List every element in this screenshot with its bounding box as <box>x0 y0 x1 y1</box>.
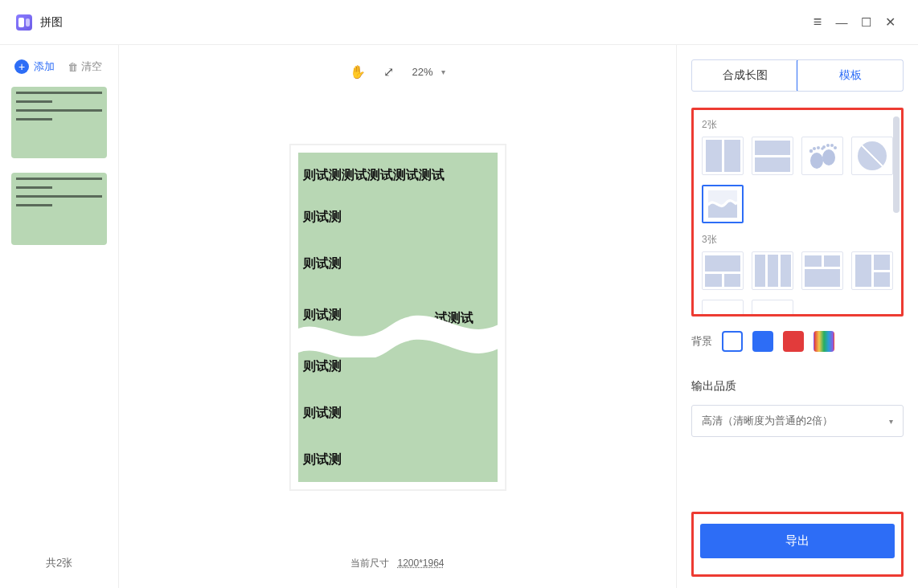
template-2-wave[interactable] <box>702 185 744 223</box>
svg-point-4 <box>817 146 820 149</box>
add-button[interactable]: + 添加 <box>14 59 55 74</box>
svg-point-1 <box>822 149 835 165</box>
tab-template[interactable]: 模板 <box>797 59 904 92</box>
templates-panel: 2张 3张 ◪ ◪ <box>691 108 904 316</box>
export-button[interactable]: 导出 <box>700 524 895 558</box>
template-2-feet[interactable] <box>801 137 843 175</box>
svg-point-2 <box>809 149 813 153</box>
template-3a[interactable] <box>702 251 744 290</box>
zoom-label: 22% <box>412 66 432 78</box>
canvas-text: 则试测 <box>303 255 342 272</box>
footer-prefix: 当前尺寸 <box>350 557 389 569</box>
background-row: 背景 <box>691 331 904 352</box>
plus-icon: + <box>14 59 29 74</box>
wave-divider <box>298 301 498 357</box>
canvas-footer: 当前尺寸 1200*1964 <box>119 544 676 588</box>
clear-label: 清空 <box>81 59 102 74</box>
thumbnail-1[interactable] <box>11 87 107 158</box>
svg-point-0 <box>810 153 823 169</box>
tabs: 合成长图 模板 <box>691 59 904 92</box>
close-button[interactable]: ✕ <box>878 14 902 30</box>
canvas-panel: ✋ ⤢ 22% ▾ 则试测测试测试测试测试 则试测 则试测 则试测 试测试 <box>119 45 677 588</box>
bg-swatch-white[interactable] <box>722 331 743 352</box>
template-3d[interactable] <box>851 251 893 290</box>
section-label-3: 3张 <box>702 233 893 247</box>
export-label: 导出 <box>785 533 809 547</box>
add-label: 添加 <box>34 59 55 74</box>
chevron-down-icon: ▾ <box>441 67 445 76</box>
canvas-frame[interactable]: 则试测测试测试测试测试 则试测 则试测 则试测 试测试 则试测 则试测 则试测 <box>289 144 506 491</box>
canvas-content: 则试测测试测试测试测试 则试测 则试测 则试测 试测试 则试测 则试测 则试测 <box>298 153 498 482</box>
section-label-2: 2张 <box>702 118 893 132</box>
thumbnail-2[interactable] <box>11 173 107 244</box>
svg-point-7 <box>826 144 830 147</box>
bg-swatch-red[interactable] <box>783 331 804 352</box>
tab-longimage[interactable]: 合成长图 <box>692 60 797 91</box>
bg-swatch-blue[interactable] <box>752 331 773 352</box>
svg-point-3 <box>813 147 816 150</box>
fit-icon[interactable]: ⤢ <box>383 64 394 80</box>
sidebar: + 添加 🗑 清空 共2张 <box>0 45 119 588</box>
title-bar: 拼图 ≡ — ☐ ✕ <box>0 0 918 45</box>
menu-icon[interactable]: ≡ <box>805 14 830 31</box>
image-count-label: 共2张 <box>0 538 118 588</box>
clear-button[interactable]: 🗑 清空 <box>68 59 102 74</box>
canvas-text: 则试测测试测试测试测试 <box>303 167 445 184</box>
canvas-text: 则试测 <box>303 451 342 468</box>
maximize-button[interactable]: ☐ <box>854 15 878 30</box>
pan-tool-icon[interactable]: ✋ <box>350 64 366 80</box>
canvas-dimensions[interactable]: 1200*1964 <box>397 557 444 569</box>
export-highlight: 导出 <box>691 512 904 577</box>
canvas-text: 则试测 <box>303 405 342 422</box>
template-3e[interactable]: ◪ ◪ <box>702 300 744 316</box>
template-2-vertical[interactable] <box>702 137 744 175</box>
quality-label: 输出品质 <box>691 379 904 394</box>
template-3c[interactable] <box>801 251 843 290</box>
app-icon <box>16 14 32 31</box>
app-title: 拼图 <box>40 15 63 30</box>
canvas-text: 则试测 <box>303 358 342 375</box>
minimize-button[interactable]: — <box>830 15 854 29</box>
chevron-down-icon: ▾ <box>889 417 893 426</box>
bg-swatch-rainbow[interactable] <box>813 331 834 352</box>
template-2-horizontal[interactable] <box>752 137 793 175</box>
canvas-text: 则试测 <box>303 209 342 226</box>
background-label: 背景 <box>691 334 712 349</box>
template-2-circle[interactable] <box>851 137 893 175</box>
template-3f[interactable]: — — <box>752 300 793 316</box>
quality-value: 高清（清晰度为普通的2倍） <box>702 414 833 428</box>
right-panel: 合成长图 模板 2张 3张 <box>677 45 918 588</box>
template-3b[interactable] <box>752 251 793 290</box>
svg-point-6 <box>822 145 826 149</box>
svg-point-8 <box>830 144 834 147</box>
quality-select[interactable]: 高清（清晰度为普通的2倍） ▾ <box>691 405 904 437</box>
scrollbar[interactable] <box>893 116 900 213</box>
trash-icon: 🗑 <box>68 61 78 73</box>
svg-point-9 <box>834 146 837 149</box>
zoom-dropdown[interactable]: 22% ▾ <box>412 66 445 78</box>
